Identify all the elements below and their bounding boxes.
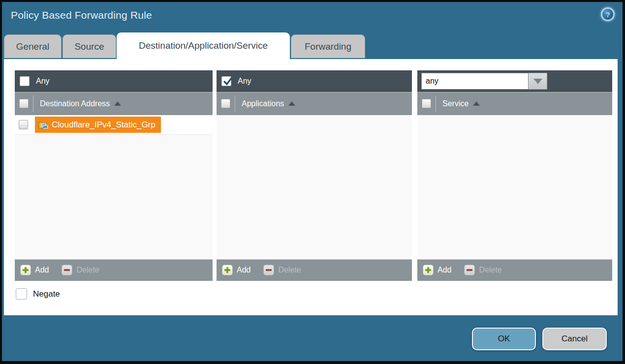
minus-icon: [62, 265, 72, 275]
row-checkbox[interactable]: [19, 120, 28, 129]
checkmark-icon: [222, 76, 233, 87]
destination-address-header-label[interactable]: Destination Address: [40, 99, 110, 108]
address-group-name: Cloudflare_IPv4_Static_Grp: [52, 120, 156, 130]
applications-any-checkbox[interactable]: [221, 76, 231, 86]
delete-service-button[interactable]: Delete: [464, 265, 501, 275]
destination-address-column: Any Destination Address: [15, 70, 213, 281]
plus-icon: [222, 265, 233, 275]
add-service-button[interactable]: Add: [423, 265, 451, 275]
service-select-all-checkbox[interactable]: [422, 99, 431, 108]
tab-destination-application-service[interactable]: Destination/Application/Service: [117, 32, 290, 59]
tab-source[interactable]: Source: [62, 34, 116, 58]
chevron-down-icon: [533, 79, 542, 84]
service-dropdown-value[interactable]: any: [421, 73, 529, 90]
sort-ascending-icon[interactable]: [114, 101, 121, 106]
tab-forwarding-label: Forwarding: [305, 41, 351, 52]
applications-select-all-checkbox[interactable]: [221, 99, 230, 108]
applications-header-label[interactable]: Applications: [242, 99, 284, 108]
destination-any-checkbox[interactable]: [20, 76, 30, 86]
destination-footer-bar: Add Delete: [15, 259, 213, 281]
delete-label: Delete: [278, 266, 301, 274]
service-header: Service: [417, 92, 612, 115]
destination-select-all-checkbox[interactable]: [19, 99, 29, 108]
applications-any-bar: Any: [217, 70, 412, 92]
sort-ascending-icon[interactable]: [473, 101, 480, 106]
ok-button[interactable]: OK: [472, 328, 536, 350]
cancel-button-label: Cancel: [562, 334, 588, 344]
negate-label: Negate: [33, 289, 60, 299]
service-header-label[interactable]: Service: [442, 99, 469, 108]
delete-application-button[interactable]: Delete: [263, 265, 301, 275]
address-group-icon: [38, 120, 48, 130]
add-label: Add: [237, 266, 250, 274]
service-list: [417, 115, 612, 259]
add-label: Add: [35, 266, 49, 274]
policy-based-forwarding-dialog: Policy Based Forwarding Rule ? General S…: [2, 2, 623, 361]
tab-general[interactable]: General: [4, 34, 62, 58]
tab-das-label: Destination/Application/Service: [139, 40, 268, 51]
destination-any-bar: Any: [15, 70, 213, 92]
tab-forwarding[interactable]: Forwarding: [291, 34, 365, 58]
applications-column: Any Applications Add Delete: [217, 70, 412, 281]
service-column: any Service Add D: [417, 70, 612, 281]
delete-label: Delete: [479, 266, 501, 274]
negate-checkbox[interactable]: [16, 288, 27, 300]
applications-any-label: Any: [238, 77, 251, 86]
service-dropdown-bar: any: [417, 70, 612, 92]
plus-icon: [20, 265, 31, 275]
tab-content-panel: Any Destination Address: [4, 59, 618, 315]
table-row[interactable]: Cloudflare_IPv4_Static_Grp: [15, 115, 213, 135]
dialog-title: Policy Based Forwarding Rule: [11, 9, 152, 21]
ok-button-label: OK: [498, 334, 510, 344]
add-label: Add: [438, 266, 451, 274]
destination-any-label: Any: [36, 77, 50, 86]
delete-destination-button[interactable]: Delete: [62, 265, 99, 275]
plus-icon: [423, 265, 434, 275]
add-destination-button[interactable]: Add: [20, 265, 49, 275]
add-application-button[interactable]: Add: [222, 265, 250, 275]
negate-row: Negate: [16, 288, 60, 300]
dropdown-button[interactable]: [529, 73, 547, 90]
service-dropdown[interactable]: any: [421, 73, 547, 90]
question-mark-glyph: ?: [602, 9, 613, 20]
minus-icon: [263, 265, 274, 275]
tab-general-label: General: [16, 41, 50, 52]
applications-footer-bar: Add Delete: [217, 259, 412, 281]
header-divider: [33, 95, 33, 112]
selected-address-chip[interactable]: Cloudflare_IPv4_Static_Grp: [35, 117, 161, 133]
service-footer-bar: Add Delete: [417, 259, 612, 281]
cancel-button[interactable]: Cancel: [542, 328, 607, 350]
applications-header: Applications: [217, 92, 412, 115]
minus-icon: [464, 265, 475, 275]
destination-address-list: Cloudflare_IPv4_Static_Grp: [15, 115, 213, 259]
tab-source-label: Source: [74, 41, 104, 52]
destination-address-header: Destination Address: [15, 92, 213, 115]
header-divider: [436, 95, 436, 112]
applications-list: [217, 115, 412, 259]
delete-label: Delete: [76, 266, 99, 274]
help-icon[interactable]: ?: [601, 7, 615, 21]
sort-ascending-icon[interactable]: [288, 101, 295, 106]
header-divider: [235, 95, 235, 112]
